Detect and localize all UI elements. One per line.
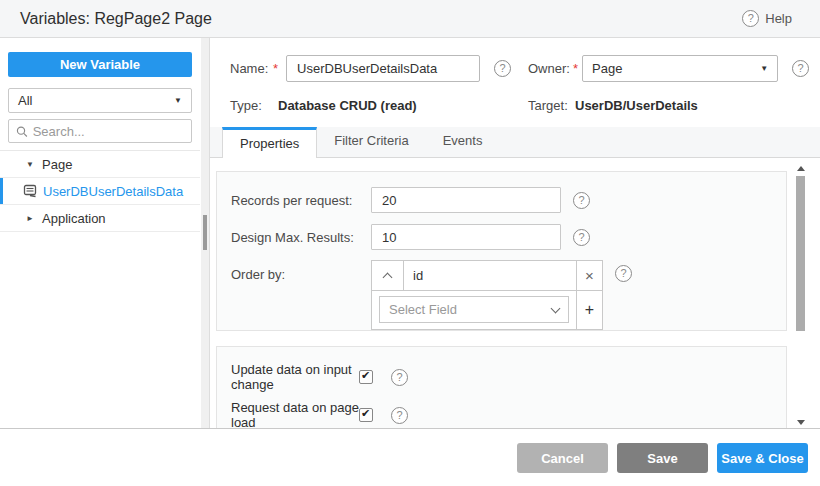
detail-tabs: Properties Filter Criteria Events [210, 127, 820, 158]
tree-node-label: Application [42, 211, 106, 226]
variable-detail-pane: Name: * ? Owner: * Page ▼ ? Type: Databa… [210, 38, 820, 428]
update-on-input-change-help-icon[interactable]: ? [391, 369, 408, 386]
update-on-input-change-row: Update data on input change ? [231, 362, 776, 392]
caret-down-icon: ▼ [760, 64, 768, 73]
request-settings-panel: Records per request: ? Design Max. Resul… [216, 171, 787, 331]
save-button[interactable]: Save [617, 443, 708, 473]
add-order-by-button[interactable]: + [576, 291, 602, 329]
owner-label: Owner: [528, 61, 570, 76]
scroll-down-arrow-icon[interactable] [797, 420, 805, 425]
design-max-results-help-icon[interactable]: ? [573, 229, 590, 246]
caret-collapsed-icon: ► [26, 214, 42, 223]
design-max-results-input[interactable] [371, 224, 561, 250]
order-by-entry: id × [372, 261, 602, 291]
variables-sidebar: New Variable All ▼ ▼ Page [0, 38, 210, 428]
caret-expanded-icon: ▼ [26, 160, 42, 169]
sidebar-scrollbar-track[interactable] [201, 38, 209, 428]
design-max-results-row: Design Max. Results: ? [231, 224, 776, 250]
tab-properties[interactable]: Properties [222, 127, 317, 158]
remove-order-by-button[interactable]: × [576, 261, 602, 290]
update-on-input-change-checkbox[interactable] [359, 370, 373, 384]
order-by-add-row: Select Field + [372, 291, 602, 329]
target-field-group: Target: UserDB/UserDetails [528, 98, 698, 113]
order-by-field-value[interactable]: id [404, 261, 576, 290]
request-on-page-load-label: Request data on page load [231, 400, 359, 428]
target-label: Target: [528, 98, 575, 113]
type-value: Database CRUD (read) [278, 98, 417, 113]
name-input[interactable] [286, 55, 480, 82]
dialog-footer: Cancel Save Save & Close [0, 430, 820, 486]
required-marker: * [273, 61, 278, 76]
tree-node-label: Page [42, 157, 72, 172]
content-scrollbar[interactable] [796, 162, 805, 428]
help-label: Help [765, 11, 792, 26]
variable-filter-value: All [18, 93, 32, 108]
chevron-down-icon [551, 303, 561, 313]
variable-filter-dropdown[interactable]: All ▼ [8, 88, 192, 113]
content-scrollbar-thumb[interactable] [796, 176, 805, 331]
cancel-button[interactable]: Cancel [517, 443, 608, 473]
tree-node-label: UserDBUserDetailsData [43, 184, 183, 199]
database-variable-icon [23, 184, 37, 198]
records-per-request-label: Records per request: [231, 193, 371, 208]
order-by-row: Order by: id × Select Fie [231, 260, 776, 330]
help-question-icon: ? [742, 10, 759, 27]
chevron-up-icon [383, 273, 393, 283]
search-icon [16, 125, 28, 138]
target-value: UserDB/UserDetails [575, 98, 698, 113]
tree-node-application[interactable]: ► Application [0, 205, 200, 232]
tab-events[interactable]: Events [426, 126, 500, 157]
order-by-help-icon[interactable]: ? [615, 265, 632, 282]
new-variable-button[interactable]: New Variable [8, 52, 192, 77]
help-button[interactable]: ? Help [742, 10, 792, 27]
dialog-header: Variables: RegPage2 Page ? Help [0, 0, 820, 38]
update-on-input-change-label: Update data on input change [231, 362, 359, 392]
name-field-group: Name: * ? [230, 55, 511, 82]
request-on-page-load-checkbox[interactable] [359, 408, 373, 422]
owner-dropdown[interactable]: Page ▼ [582, 55, 778, 82]
owner-field-group: Owner: * Page ▼ ? [528, 55, 809, 82]
type-label: Type: [230, 98, 278, 113]
order-by-label: Order by: [231, 260, 371, 282]
tree-node-page[interactable]: ▼ Page [0, 151, 200, 178]
records-per-request-input[interactable] [371, 187, 561, 213]
variable-search [8, 119, 192, 143]
caret-down-icon: ▼ [174, 96, 182, 105]
records-per-request-help-icon[interactable]: ? [573, 192, 590, 209]
behavior-settings-panel: Update data on input change ? Request da… [216, 346, 787, 428]
search-input[interactable] [33, 124, 184, 139]
request-on-page-load-row: Request data on page load ? [231, 400, 776, 428]
tab-filter-criteria[interactable]: Filter Criteria [317, 126, 425, 157]
save-and-close-button[interactable]: Save & Close [717, 443, 808, 473]
name-label: Name: [230, 61, 270, 76]
variables-tree: ▼ Page UserDBUserDetailsData ► Applicati… [0, 150, 200, 232]
dialog-body: New Variable All ▼ ▼ Page [0, 38, 820, 429]
page-title: Variables: RegPage2 Page [20, 10, 212, 28]
request-on-page-load-help-icon[interactable]: ? [391, 407, 408, 424]
required-marker: * [573, 61, 578, 76]
properties-tab-content: Records per request: ? Design Max. Resul… [210, 158, 820, 428]
sidebar-scrollbar-thumb[interactable] [203, 215, 207, 250]
records-per-request-row: Records per request: ? [231, 187, 776, 213]
design-max-results-label: Design Max. Results: [231, 230, 371, 245]
scroll-up-arrow-icon[interactable] [797, 166, 805, 171]
type-field-group: Type: Database CRUD (read) [230, 98, 417, 113]
order-by-widget: id × Select Field + [371, 260, 603, 330]
sort-direction-button[interactable] [372, 261, 404, 290]
select-field-placeholder: Select Field [389, 302, 457, 317]
name-help-icon[interactable]: ? [494, 60, 511, 77]
select-field-wrap: Select Field [372, 291, 576, 329]
owner-value: Page [592, 61, 622, 76]
select-field-dropdown[interactable]: Select Field [379, 296, 569, 323]
tree-node-userdbuserdetailsdata[interactable]: UserDBUserDetailsData [0, 178, 200, 205]
owner-help-icon[interactable]: ? [792, 60, 809, 77]
